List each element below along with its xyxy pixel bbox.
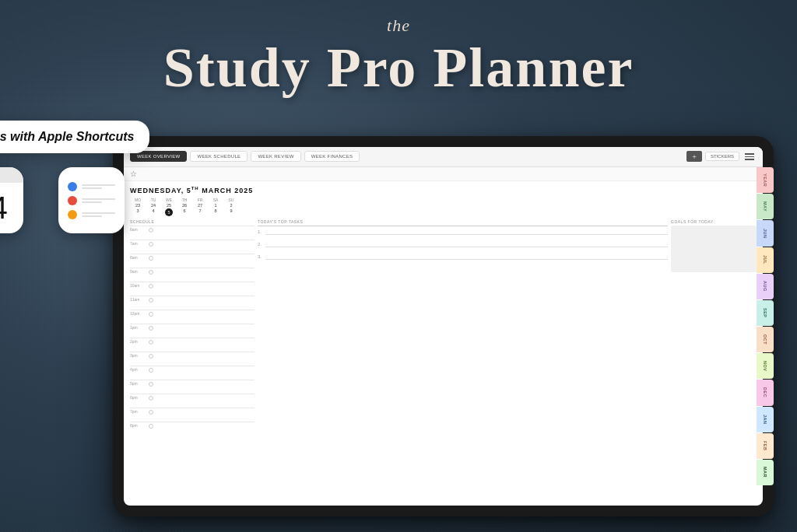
- tab-week-review[interactable]: WEEK REVIEW: [251, 151, 300, 162]
- time-row-5pm: 5pm: [130, 380, 255, 394]
- planner-date: WEDNESDAY, 5TH MARCH 2025: [130, 186, 757, 194]
- planner-grid: SCHEDULE 6am 7am 8am: [130, 219, 757, 506]
- tab-jan[interactable]: JAN: [757, 407, 774, 432]
- tab-nov[interactable]: NOV: [757, 353, 774, 379]
- tab-aug[interactable]: AUG: [757, 274, 774, 299]
- tab-jul-label: JUL: [763, 255, 767, 264]
- time-row-12pm: 12pm: [130, 310, 255, 324]
- planner-subbar: ☆: [124, 167, 763, 181]
- tab-sep-label: SEP: [763, 308, 767, 318]
- topbar-plus-button[interactable]: +: [686, 151, 702, 162]
- time-row-4pm: 4pm: [130, 366, 255, 380]
- reminder-item-1: [68, 182, 115, 191]
- tab-jan-label: JAN: [763, 415, 767, 425]
- topbar-menu-button[interactable]: [743, 151, 757, 163]
- tab-sep[interactable]: SEP: [757, 300, 774, 326]
- time-dot-12pm: [149, 312, 153, 317]
- time-row-1pm: 1pm: [130, 324, 255, 338]
- cal-col-su: SU 2 9: [223, 198, 239, 216]
- tab-aug-label: AUG: [763, 281, 767, 292]
- tablet-screen: WEEK OVERVIEW WEEK SCHEDULE WEEK REVIEW …: [124, 147, 763, 506]
- calendar-icon: TUE 14: [0, 167, 23, 233]
- tasks-column: TODAY'S TOP TASKS 1. 2. 3.: [258, 219, 668, 506]
- tab-year-label: YEAR: [763, 173, 767, 187]
- time-row-7am: 7am: [130, 240, 255, 254]
- task-line-3: 3.: [258, 254, 668, 260]
- shortcuts-text: Works with Apple Shortcuts: [0, 130, 134, 143]
- time-dot-8pm: [149, 424, 153, 429]
- time-dot-7pm: [149, 410, 153, 415]
- time-row-6pm: 6pm: [130, 394, 255, 408]
- tab-feb-label: FEB: [763, 441, 767, 451]
- calendar-day-number: 14: [0, 183, 23, 233]
- planner-main-content: WEDNESDAY, 5TH MARCH 2025 MO 23 3 TU 24 …: [124, 181, 763, 506]
- shortcuts-badge: Works with Apple Shortcuts: [0, 121, 149, 153]
- tab-jul[interactable]: JUL: [757, 247, 774, 273]
- schedule-column: SCHEDULE 6am 7am 8am: [130, 219, 255, 506]
- goals-column: GOALS FOR TODAY:: [671, 219, 757, 506]
- time-dot-4pm: [149, 368, 153, 373]
- time-row-10am: 10am: [130, 282, 255, 296]
- tab-nov-label: NOV: [763, 361, 767, 371]
- tablet-topbar: WEEK OVERVIEW WEEK SCHEDULE WEEK REVIEW …: [124, 147, 763, 167]
- task-line-1: 1.: [258, 229, 668, 235]
- task-line-2: 2.: [258, 241, 668, 247]
- time-row-3pm: 3pm: [130, 352, 255, 366]
- tab-may-label: MAY: [763, 201, 767, 212]
- time-row-7pm: 7pm: [130, 408, 255, 422]
- time-dot-11am: [149, 298, 153, 303]
- time-dot-9am: [149, 270, 153, 275]
- star-icon[interactable]: ☆: [130, 170, 137, 178]
- goals-label: GOALS FOR TODAY:: [671, 219, 757, 224]
- tab-mar-label: MAR: [763, 467, 767, 478]
- menu-line-2: [745, 156, 754, 158]
- tab-mar[interactable]: MAR: [757, 460, 774, 485]
- time-row-6am: 6am: [130, 226, 255, 240]
- time-dot-1pm: [149, 326, 153, 331]
- cal-col-th: TH 26 6: [177, 198, 192, 216]
- cal-col-mo: MO 23 3: [130, 198, 146, 216]
- tab-week-schedule[interactable]: WEEK SCHEDULE: [190, 151, 248, 162]
- time-dot-5pm: [149, 382, 153, 387]
- title-area: the Study Pro Planner: [0, 16, 797, 99]
- title-main: Study Pro Planner: [0, 37, 797, 99]
- tasks-dotted-area: [258, 266, 668, 506]
- tab-dec[interactable]: DEC: [757, 380, 774, 405]
- right-month-tabs: YEAR MAY JUN JUL AUG SEP OCT NOV DEC JAN…: [757, 167, 774, 485]
- cal-col-sa: SA 1 8: [208, 198, 223, 216]
- time-row-11am: 11am: [130, 296, 255, 310]
- menu-line-1: [745, 153, 754, 155]
- goals-dotted-area: [671, 275, 757, 506]
- tab-oct-label: OCT: [763, 334, 767, 345]
- cal-col-we: WE 25 5: [161, 198, 177, 216]
- reminder-lines-2: [82, 198, 115, 203]
- tablet-wrapper: YEAR MAY JUN JUL AUG SEP OCT NOV DEC JAN…: [113, 136, 774, 516]
- menu-line-3: [745, 159, 754, 160]
- tab-jun-label: JUN: [763, 229, 767, 239]
- time-dot-3pm: [149, 354, 153, 359]
- reminders-icon: [58, 167, 125, 233]
- tablet-outer: YEAR MAY JUN JUL AUG SEP OCT NOV DEC JAN…: [113, 136, 774, 516]
- tab-week-finances[interactable]: WEEK FINANCES: [304, 151, 360, 162]
- tab-year[interactable]: YEAR: [757, 167, 774, 193]
- time-dot-8am: [149, 256, 153, 261]
- goals-box: [671, 226, 757, 272]
- topbar-stickers-button[interactable]: STICKERS: [705, 152, 739, 161]
- reminder-lines-1: [82, 184, 115, 189]
- tasks-label: TODAY'S TOP TASKS: [258, 219, 668, 226]
- reminder-dot-blue: [68, 182, 77, 191]
- time-dot-2pm: [149, 340, 153, 345]
- time-dot-6am: [149, 228, 153, 233]
- tab-feb[interactable]: FEB: [757, 433, 774, 459]
- tab-jun[interactable]: JUN: [757, 220, 774, 246]
- time-row-8am: 8am: [130, 254, 255, 268]
- schedule-label: SCHEDULE: [130, 219, 255, 224]
- tab-oct[interactable]: OCT: [757, 327, 774, 352]
- tab-dec-label: DEC: [763, 387, 767, 397]
- tab-may[interactable]: MAY: [757, 194, 774, 219]
- reminder-dot-red: [68, 196, 77, 205]
- reminder-item-2: [68, 196, 115, 205]
- reminder-item-3: [68, 210, 115, 219]
- time-row-8pm: 8pm: [130, 422, 255, 436]
- reminder-lines-3: [82, 212, 115, 217]
